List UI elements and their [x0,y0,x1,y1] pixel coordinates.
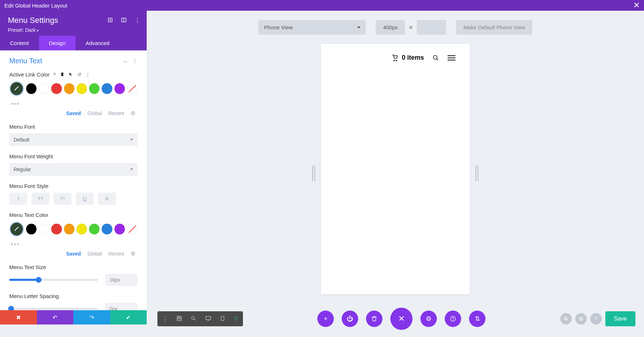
swatch2-black[interactable] [26,224,36,234]
swatch-yellow[interactable] [77,83,87,94]
cart-link[interactable]: 0 items [392,54,424,61]
swatch2-blue[interactable] [102,224,112,234]
style-strike-button[interactable]: S [98,193,116,205]
search-icon[interactable] [433,55,439,61]
cart-icon [392,55,398,61]
resize-handle-left[interactable] [312,165,315,181]
phone-icon[interactable] [232,314,239,323]
swatch2-none[interactable] [127,224,137,234]
swatch-white[interactable] [39,83,49,94]
dimension-x-icon: ✕ [409,24,413,31]
menu-text-size-input[interactable] [105,274,137,286]
preset-selector[interactable]: Preset: Dark [8,27,139,33]
palette-settings-icon[interactable]: ⚙ [131,110,135,117]
tab-advanced[interactable]: Advanced [75,36,119,50]
menu-letter-spacing-input[interactable] [105,303,137,310]
help-icon[interactable]: ? [53,72,56,77]
palette2-settings-icon[interactable]: ⚙ [131,251,135,257]
layers-icon[interactable] [575,313,587,324]
settings-button[interactable]: ⚙ [420,311,437,327]
color-picker-swatch[interactable] [9,81,24,96]
preview-canvas: Phone View ✕ Make Default Phone View 0 i… [147,11,644,337]
add-button[interactable]: + [317,311,334,327]
swatch2-yellow[interactable] [77,224,87,234]
swatch-none[interactable] [127,83,137,94]
color-picker-swatch-2[interactable] [9,222,24,237]
desktop-icon[interactable] [204,314,213,323]
palette-tab-saved[interactable]: Saved [66,110,81,116]
resize-handle-right[interactable] [475,165,478,181]
action-buttons: + ⏻ ✕ ⚙ ⇅ [317,308,486,330]
zoom-icon[interactable] [189,314,198,323]
palette2-tab-global[interactable]: Global [87,251,102,257]
color-swatches-2 [9,222,137,237]
undo-button[interactable]: ↶ [37,310,74,324]
hover-icon[interactable] [69,72,73,77]
style-smallcaps-button[interactable]: TT [54,193,72,205]
swatch-blue[interactable] [102,83,112,94]
color-swatches [9,81,137,96]
more-icon[interactable]: ⋮ [161,314,169,323]
style-italic-button[interactable]: I [9,193,27,205]
more-swatches-2[interactable]: ••• [9,239,137,248]
swatch-red[interactable] [51,83,62,94]
width-input[interactable] [376,20,405,35]
menu-text-size-slider[interactable] [9,279,98,281]
svg-line-11 [194,319,195,320]
redo-button[interactable]: ↷ [73,310,110,324]
menu-font-weight-select[interactable]: Regular [9,163,137,176]
menu-letter-spacing-label: Menu Letter Spacing [9,293,59,299]
field-kebab-icon[interactable]: ⋮ [86,72,90,77]
menu-letter-spacing-slider[interactable] [9,308,98,310]
search-bottom-icon[interactable] [560,313,572,324]
height-input[interactable] [417,20,446,35]
close-button[interactable]: ✕ [633,1,640,10]
settings-sidebar: Menu Settings Preset: Dark ⋮ Content Des… [0,11,147,324]
power-button[interactable]: ⏻ [342,311,358,327]
view-mode-select[interactable]: Phone View [258,20,366,35]
expand-icon[interactable] [107,17,113,24]
hamburger-menu-icon[interactable] [448,55,455,60]
swatch2-orange[interactable] [64,224,74,234]
swatch-green[interactable] [89,83,99,94]
save-button[interactable]: Save [605,311,635,326]
section-title[interactable]: Menu Text [9,57,42,65]
palette-tab-global[interactable]: Global [87,110,102,116]
style-uppercase-button[interactable]: TT [31,193,49,205]
delete-button[interactable]: ✖ [0,310,37,324]
trash-button[interactable] [366,311,382,327]
swatch-purple[interactable] [114,83,125,94]
help-bottom-icon[interactable]: ? [590,313,602,324]
tab-content[interactable]: Content [0,36,39,50]
menu-font-select[interactable]: Default [9,133,137,146]
responsive-icon[interactable] [60,72,64,77]
close-action-button[interactable]: ✕ [390,308,413,330]
reset-icon[interactable]: ↺ [77,72,81,77]
section-kebab-icon[interactable]: ⋮ [132,58,137,64]
panel-body[interactable]: Menu Text ︿ ⋮ Active Link Color ? ↺ [0,50,147,310]
swatch2-red[interactable] [51,224,62,234]
make-default-button[interactable]: Make Default Phone View [456,20,532,35]
collapse-icon[interactable]: ︿ [123,58,128,64]
tab-design[interactable]: Design [39,36,76,50]
confirm-button[interactable]: ✔ [110,310,147,324]
swatch-black[interactable] [26,83,36,94]
cart-count: 0 items [402,54,424,61]
wireframe-icon[interactable] [175,314,184,323]
swatch2-green[interactable] [89,224,99,234]
more-swatches[interactable]: ••• [9,99,137,108]
history-button[interactable] [445,311,461,327]
palette-tab-recent[interactable]: Recent [108,110,124,116]
swatch-orange[interactable] [64,83,74,94]
columns-icon[interactable] [121,17,127,24]
palette2-tab-recent[interactable]: Recent [108,251,124,257]
sort-button[interactable]: ⇅ [469,311,486,327]
swatch2-white[interactable] [39,224,49,234]
settings-tabs: Content Design Advanced [0,36,147,50]
palette2-tab-saved[interactable]: Saved [66,251,81,257]
svg-rect-7 [177,316,179,318]
tablet-icon[interactable] [219,314,226,323]
style-underline-button[interactable]: U [76,193,94,205]
swatch2-purple[interactable] [114,224,125,234]
kebab-menu-icon[interactable]: ⋮ [135,17,140,24]
